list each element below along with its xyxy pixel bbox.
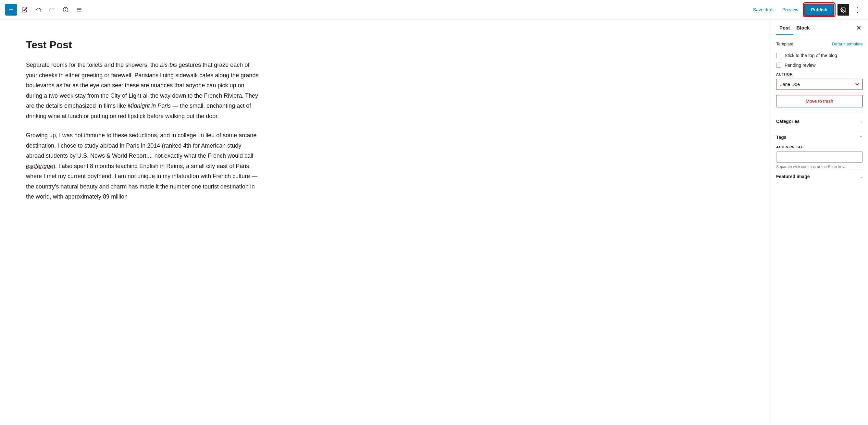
- sidebar-tabs: Post Block ✕: [771, 20, 868, 36]
- add-tag-label: ADD NEW TAG: [776, 145, 863, 149]
- toolbar-left: +: [5, 4, 748, 15]
- categories-section: Categories ⌄: [776, 114, 863, 130]
- tab-post[interactable]: Post: [776, 21, 793, 35]
- info-button[interactable]: [60, 4, 71, 15]
- tags-header[interactable]: Tags ⌃: [776, 135, 863, 141]
- author-label: AUTHOR: [776, 72, 863, 76]
- preview-button[interactable]: Preview: [780, 5, 801, 14]
- sidebar: Post Block ✕ Template Default template S…: [771, 20, 868, 425]
- featured-image-chevron-icon: ⌄: [860, 174, 863, 179]
- featured-image-header[interactable]: Featured image ⌄: [776, 174, 863, 181]
- tab-block[interactable]: Block: [793, 21, 813, 35]
- redo-button[interactable]: [46, 4, 58, 15]
- tags-title: Tags: [776, 135, 786, 140]
- categories-title: Categories: [776, 119, 800, 124]
- toolbar: +: [0, 0, 868, 20]
- author-section: AUTHOR Jane Doe: [776, 72, 863, 90]
- author-select[interactable]: Jane Doe: [776, 79, 863, 90]
- save-draft-button[interactable]: Save draft: [750, 5, 776, 14]
- template-link[interactable]: Default template: [832, 41, 863, 46]
- emphasized-word: emphasized: [64, 102, 96, 109]
- settings-button[interactable]: [837, 4, 849, 15]
- stick-checkbox-row: Stick to the top of the blog: [776, 53, 863, 58]
- post-title[interactable]: Test Post: [26, 39, 745, 51]
- stick-top-checkbox[interactable]: [776, 53, 781, 58]
- pencil-icon-button[interactable]: [19, 4, 31, 15]
- list-view-button[interactable]: [73, 4, 85, 15]
- pending-checkbox-row: Pending review: [776, 63, 863, 68]
- sidebar-body: Template Default template Stick to the t…: [771, 36, 868, 190]
- stick-top-label[interactable]: Stick to the top of the blog: [784, 53, 837, 58]
- undo-button[interactable]: [32, 4, 44, 15]
- editor-area[interactable]: Test Post Separate rooms for the toilets…: [0, 20, 771, 425]
- tag-input[interactable]: [776, 152, 863, 163]
- categories-header[interactable]: Categories ⌄: [776, 119, 863, 125]
- featured-image-section: Featured image ⌄: [776, 169, 863, 185]
- categories-chevron-icon: ⌄: [860, 119, 863, 124]
- move-to-trash-button[interactable]: Move to trash: [776, 95, 863, 107]
- template-label: Template: [776, 41, 793, 46]
- tag-hint: Separate with commas or the Enter key.: [776, 164, 863, 169]
- body-paragraph-2: Growing up, I was not immune to these se…: [26, 130, 260, 202]
- pending-review-checkbox[interactable]: [776, 63, 781, 68]
- toolbar-right: Save draft Preview Publish ⋮: [750, 4, 863, 16]
- tags-chevron-icon: ⌃: [860, 135, 863, 139]
- add-block-button[interactable]: +: [5, 4, 17, 15]
- featured-image-title: Featured image: [776, 174, 810, 179]
- esoterique-word: ésotérique: [26, 163, 53, 169]
- tags-content: ADD NEW TAG Separate with commas or the …: [776, 145, 863, 169]
- svg-point-6: [843, 9, 844, 10]
- main-layout: Test Post Separate rooms for the toilets…: [0, 20, 868, 425]
- pending-review-label[interactable]: Pending review: [784, 63, 816, 68]
- more-options-button[interactable]: ⋮: [852, 6, 863, 13]
- post-body: Separate rooms for the toilets and the s…: [26, 60, 260, 202]
- body-paragraph-1: Separate rooms for the toilets and the s…: [26, 60, 260, 121]
- template-row: Template Default template: [776, 41, 863, 46]
- tags-section: Tags ⌃ ADD NEW TAG Separate with commas …: [776, 130, 863, 169]
- publish-button[interactable]: Publish: [804, 4, 834, 16]
- close-sidebar-button[interactable]: ✕: [855, 23, 863, 33]
